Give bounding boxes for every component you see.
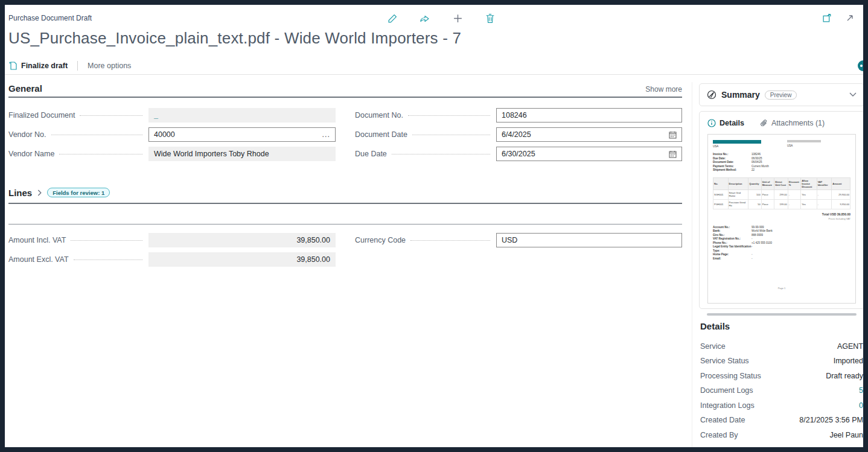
action-bar: Finalize draft More options bbox=[5, 57, 863, 75]
lines-grid-rule bbox=[8, 224, 682, 224]
detail-label: Document Logs bbox=[700, 386, 753, 395]
details-rows: ServiceAGENTService StatusImportedProces… bbox=[700, 341, 863, 441]
detail-label: Service bbox=[700, 342, 726, 351]
detail-row: Created ByJeel Paun bbox=[700, 430, 863, 441]
summary-title: Summary bbox=[721, 90, 760, 100]
detail-row: Integration Logs0 bbox=[700, 400, 863, 410]
summary-card: Summary Preview bbox=[699, 83, 863, 106]
currency-code-input[interactable]: USD bbox=[496, 233, 682, 247]
document-date-input[interactable]: 6/4/2025 bbox=[496, 127, 682, 142]
invoice-col-header: Unit of Measure bbox=[761, 177, 774, 189]
detail-label: Service Status bbox=[700, 357, 749, 365]
field-amount-incl-vat: Amount Incl. VAT 39,850.00 bbox=[8, 233, 336, 247]
field-vendor-name: Vendor Name Wide World Importers Toby Rh… bbox=[8, 147, 336, 161]
field-amount-excl-vat: Amount Excl. VAT 39,850.00 bbox=[8, 252, 336, 267]
details-heading: Details bbox=[700, 321, 863, 331]
invoice-col-header: VAT Identifier bbox=[817, 177, 832, 189]
field-label: Vendor Name bbox=[8, 150, 54, 158]
invoice-table-head: No.DescriptionQuantityUnit of MeasureDir… bbox=[713, 177, 850, 189]
delete-trash-icon[interactable] bbox=[484, 12, 496, 24]
detail-value[interactable]: 5 bbox=[859, 386, 863, 395]
kv-row: Email:- bbox=[713, 257, 850, 261]
vendor-name-field: Wide World Importers Toby Rhode bbox=[148, 147, 336, 161]
dotted-leader bbox=[51, 135, 142, 135]
copilot-summary-icon bbox=[707, 90, 716, 100]
popout-icon[interactable] bbox=[821, 12, 833, 24]
invoice-col-header: Allow Invoice Discount bbox=[801, 177, 817, 189]
chevron-right-icon[interactable] bbox=[37, 189, 42, 196]
due-date-input[interactable]: 6/30/2025 bbox=[496, 147, 682, 161]
invoice-info: Invoice No.:108246Due Date:06/30/25Docum… bbox=[713, 153, 850, 173]
dotted-leader bbox=[74, 259, 142, 260]
kv-row: Shipment Method:22 bbox=[713, 168, 850, 173]
general-rule bbox=[8, 97, 682, 98]
tab-details[interactable]: Details bbox=[707, 119, 744, 127]
invoice-line-row: SGH001Smart Grid Home100Piece299.00-Yes-… bbox=[713, 189, 850, 199]
dotted-leader bbox=[80, 115, 142, 116]
detail-row: ServiceAGENT bbox=[700, 341, 863, 351]
amount-excl-vat-field: 39,850.00 bbox=[148, 252, 336, 267]
field-due-date: Due Date 6/30/2025 bbox=[355, 147, 682, 161]
dotted-leader bbox=[410, 240, 490, 241]
lines-rule bbox=[8, 203, 682, 204]
detail-label: Processing Status bbox=[700, 372, 761, 380]
invoice-line-row: PGH001Precision Grind Ho50Piece199.00-Ye… bbox=[713, 199, 850, 209]
detail-value: Imported bbox=[834, 357, 863, 365]
invoice-col-header: Quantity bbox=[748, 177, 761, 189]
field-document-no: Document No. 108246 bbox=[355, 108, 682, 123]
detail-row: Created Date8/21/2025 3:56 PM bbox=[700, 415, 863, 425]
amount-incl-vat-field: 39,850.00 bbox=[148, 233, 336, 247]
buyer-address-line bbox=[787, 140, 821, 142]
field-vendor-no: Vendor No. 40000 ... bbox=[8, 127, 336, 142]
more-options-button[interactable]: More options bbox=[88, 62, 131, 70]
tab-attachments[interactable]: Attachments (1) bbox=[760, 119, 825, 127]
invoice-col-header: Discount % bbox=[788, 177, 800, 189]
invoice-page-label: Page 1 bbox=[708, 287, 855, 290]
field-label: Finalized Document bbox=[8, 111, 75, 119]
detail-value: Draft ready bbox=[826, 372, 863, 380]
calendar-icon[interactable] bbox=[669, 131, 677, 139]
invoice-col-header: Direct Unit Cost bbox=[774, 177, 788, 189]
page-caption: Purchase Document Draft bbox=[8, 14, 92, 22]
detail-row: Processing StatusDraft ready bbox=[700, 371, 863, 381]
preview-badge: Preview bbox=[765, 91, 797, 100]
new-plus-icon[interactable] bbox=[452, 12, 464, 24]
finalize-draft-icon bbox=[8, 61, 18, 70]
share-icon[interactable] bbox=[419, 12, 431, 24]
page-toolbar-icons bbox=[386, 12, 496, 24]
invoice-table: No.DescriptionQuantityUnit of MeasureDir… bbox=[713, 177, 850, 209]
lines-heading[interactable]: Lines bbox=[8, 188, 32, 198]
finalize-draft-button[interactable]: Finalize draft bbox=[8, 61, 68, 70]
window-frame: Purchase Document Draft US_Purchase_Invo… bbox=[0, 0, 868, 452]
info-icon bbox=[707, 119, 716, 127]
edit-icon[interactable] bbox=[386, 12, 398, 24]
invoice-right-country: USA bbox=[787, 144, 821, 148]
show-more-link[interactable]: Show more bbox=[645, 85, 682, 94]
dotted-leader bbox=[59, 154, 142, 154]
general-section: General Show more Finalized Document _ D… bbox=[8, 83, 682, 166]
detail-label: Created By bbox=[700, 431, 738, 439]
details-section: Details ServiceAGENTService StatusImport… bbox=[699, 321, 863, 445]
dotted-leader bbox=[71, 240, 142, 241]
paperclip-icon bbox=[760, 119, 768, 127]
calendar-icon[interactable] bbox=[669, 150, 677, 158]
invoice-table-body: SGH001Smart Grid Home100Piece299.00-Yes-… bbox=[713, 189, 850, 209]
detail-label: Integration Logs bbox=[700, 401, 755, 410]
fields-for-review-badge[interactable]: Fields for review: 1 bbox=[47, 188, 110, 197]
preview-scrollbar[interactable] bbox=[707, 313, 857, 316]
invoice-col-header: Amount bbox=[832, 177, 850, 189]
document-no-input[interactable]: 108246 bbox=[496, 108, 682, 123]
document-form: General Show more Finalized Document _ D… bbox=[8, 83, 682, 166]
field-label: Document No. bbox=[355, 111, 403, 119]
general-heading: General bbox=[8, 83, 42, 94]
expand-arrow-icon[interactable] bbox=[844, 12, 856, 24]
detail-label: Created Date bbox=[700, 416, 745, 424]
lookup-ellipsis-icon[interactable]: ... bbox=[322, 133, 330, 136]
chevron-down-icon[interactable] bbox=[849, 92, 857, 97]
summary-content-card: Details Attachments (1) USA USA Invoice … bbox=[699, 111, 863, 309]
field-label: Due Date bbox=[355, 150, 387, 158]
vendor-no-input[interactable]: 40000 ... bbox=[148, 127, 336, 142]
invoice-preview-thumbnail[interactable]: USA USA Invoice No.:108246Due Date:06/30… bbox=[707, 134, 856, 304]
highlighted-vendor-line bbox=[713, 140, 761, 144]
detail-value[interactable]: 0 bbox=[859, 401, 863, 410]
